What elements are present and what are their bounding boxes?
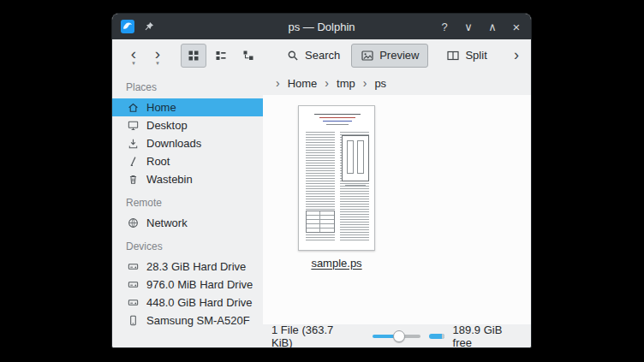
file-item-sample-ps[interactable]: sample.ps xyxy=(287,105,386,270)
search-label: Search xyxy=(305,49,340,62)
thumbnail-figure xyxy=(342,135,369,181)
forward-button[interactable]: › ▾ xyxy=(146,45,169,66)
sidebar-item-label: 976.0 MiB Hard Drive xyxy=(146,278,253,291)
breadcrumb-item-tmp[interactable]: tmp xyxy=(337,77,355,90)
sidebar-item-label: Root xyxy=(146,155,170,168)
forward-dropdown-icon: ▾ xyxy=(156,60,159,66)
disk-capacity-bar xyxy=(429,334,444,339)
preview-label: Preview xyxy=(379,49,419,62)
wastebin-icon xyxy=(127,173,140,186)
back-dropdown-icon: ▾ xyxy=(132,60,135,66)
root-icon xyxy=(127,155,140,168)
postscript-preview-thumbnail xyxy=(298,105,375,251)
sidebar-item-root[interactable]: Root xyxy=(112,152,263,170)
screen: ps — Dolphin ? ∨ ∧ × ‹ ▾ › ▾ xyxy=(0,0,644,362)
home-icon xyxy=(127,101,140,114)
network-icon xyxy=(127,217,140,229)
hard-drive-icon xyxy=(127,296,140,309)
zoom-slider-handle[interactable] xyxy=(393,330,405,342)
breadcrumb-separator-icon: › xyxy=(325,76,329,90)
sidebar-item-label: Desktop xyxy=(146,119,188,132)
minimize-button[interactable]: ∨ xyxy=(462,21,474,33)
icons-view-icon xyxy=(187,49,200,62)
hard-drive-icon xyxy=(127,260,140,273)
dolphin-app-icon xyxy=(121,20,134,33)
places-panel: Places Home Desktop xyxy=(112,71,263,347)
breadcrumb: › Home › tmp › ps xyxy=(263,71,531,95)
phone-icon xyxy=(127,314,140,327)
toolbar-overflow-button[interactable]: › xyxy=(512,46,521,64)
search-icon xyxy=(286,49,300,62)
help-button[interactable]: ? xyxy=(438,21,450,33)
back-button[interactable]: ‹ ▾ xyxy=(122,45,145,66)
status-summary: 1 File (363.7 KiB) xyxy=(271,323,355,349)
sidebar-item-label: Network xyxy=(146,217,188,229)
titlebar[interactable]: ps — Dolphin ? ∨ ∧ × xyxy=(112,14,531,39)
status-bar: 1 File (363.7 KiB) 189.9 GiB free xyxy=(263,324,531,347)
folder-view[interactable]: sample.ps xyxy=(263,95,531,324)
sidebar-item-label: 448.0 GiB Hard Drive xyxy=(146,296,253,309)
preview-icon xyxy=(361,49,374,62)
details-view-icon xyxy=(214,49,228,62)
maximize-button[interactable]: ∧ xyxy=(486,21,498,33)
sidebar-item-drive-3[interactable]: 448.0 GiB Hard Drive xyxy=(112,294,263,312)
file-name-label[interactable]: sample.ps xyxy=(311,257,361,270)
sidebar-item-label: Samsung SM-A520F xyxy=(146,314,250,327)
split-icon xyxy=(446,49,460,62)
downloads-icon xyxy=(127,137,140,150)
toolbar: ‹ ▾ › ▾ xyxy=(112,39,531,71)
split-button[interactable]: Split xyxy=(437,44,496,68)
sidebar-item-label: 28.3 GiB Hard Drive xyxy=(146,260,246,273)
pin-icon[interactable] xyxy=(143,21,155,33)
close-button[interactable]: × xyxy=(510,21,522,33)
sidebar-item-phone[interactable]: Samsung SM-A520F xyxy=(112,312,263,329)
preview-toggle-button[interactable]: Preview xyxy=(351,44,428,68)
dolphin-window: ps — Dolphin ? ∨ ∧ × ‹ ▾ › ▾ xyxy=(111,13,532,348)
tree-view-button[interactable] xyxy=(236,44,261,68)
sidebar-item-label: Home xyxy=(146,101,176,114)
icons-view-button[interactable] xyxy=(181,44,206,68)
hard-drive-icon xyxy=(127,278,140,291)
breadcrumb-separator-icon: › xyxy=(276,76,280,90)
breadcrumb-item-ps[interactable]: ps xyxy=(374,77,386,90)
sidebar-item-desktop[interactable]: Desktop xyxy=(112,116,263,134)
search-button[interactable]: Search xyxy=(277,44,349,68)
sidebar-item-drive-1[interactable]: 28.3 GiB Hard Drive xyxy=(112,258,263,276)
desktop-icon xyxy=(127,119,140,132)
zoom-slider[interactable] xyxy=(373,330,420,342)
tree-view-icon xyxy=(242,49,255,62)
sidebar-item-label: Downloads xyxy=(146,137,201,150)
sidebar-item-label: Wastebin xyxy=(146,173,193,186)
thumbnail-table xyxy=(306,211,335,233)
devices-section-header: Devices xyxy=(126,240,263,252)
sidebar-item-drive-2[interactable]: 976.0 MiB Hard Drive xyxy=(112,276,263,294)
sidebar-item-wastebin[interactable]: Wastebin xyxy=(112,170,263,188)
split-label: Split xyxy=(465,49,486,62)
sidebar-item-downloads[interactable]: Downloads xyxy=(112,134,263,152)
free-space-label: 189.9 GiB free xyxy=(453,323,522,349)
remote-section-header: Remote xyxy=(126,197,263,209)
breadcrumb-separator-icon: › xyxy=(363,76,367,90)
details-view-button[interactable] xyxy=(208,44,234,68)
sidebar-item-home[interactable]: Home xyxy=(112,98,263,116)
sidebar-item-network[interactable]: Network xyxy=(112,214,263,232)
places-section-header: Places xyxy=(126,81,263,93)
breadcrumb-item-home[interactable]: Home xyxy=(288,77,318,90)
